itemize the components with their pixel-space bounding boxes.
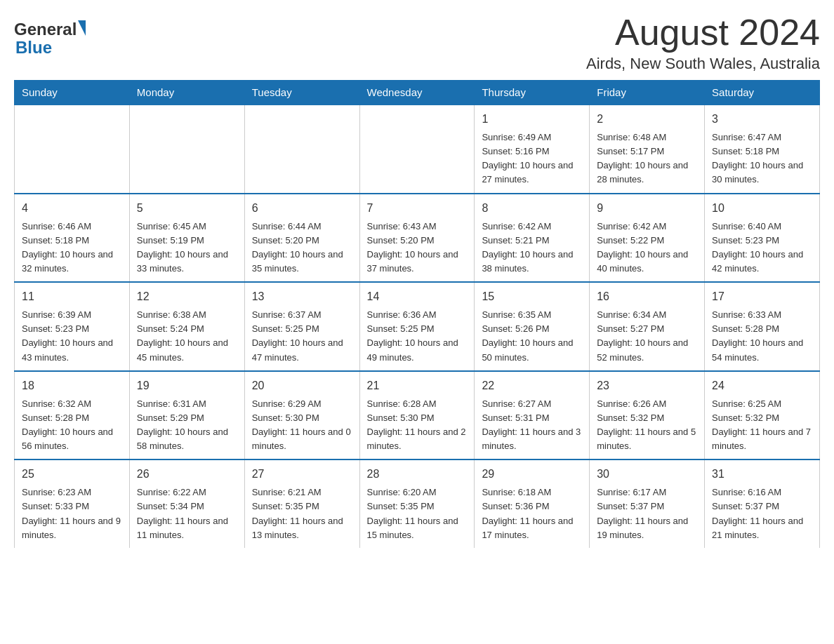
day-number: 14: [367, 288, 468, 305]
calendar-cell-2-1: 12Sunrise: 6:38 AMSunset: 5:24 PMDayligh…: [129, 282, 244, 371]
calendar-cell-2-0: 11Sunrise: 6:39 AMSunset: 5:23 PMDayligh…: [15, 282, 130, 371]
calendar-cell-0-3: [359, 105, 475, 194]
calendar-cell-0-6: 3Sunrise: 6:47 AMSunset: 5:18 PMDaylight…: [705, 105, 820, 194]
day-number: 9: [597, 200, 697, 217]
calendar-cell-4-6: 31Sunrise: 6:16 AMSunset: 5:37 PMDayligh…: [705, 459, 820, 548]
day-info: Sunrise: 6:43 AMSunset: 5:20 PMDaylight:…: [367, 220, 468, 276]
day-number: 7: [367, 200, 468, 217]
location-title: Airds, New South Wales, Australia: [586, 55, 820, 73]
week-row-3: 11Sunrise: 6:39 AMSunset: 5:23 PMDayligh…: [15, 282, 820, 371]
day-number: 31: [712, 466, 812, 483]
day-number: 26: [137, 466, 237, 483]
calendar-cell-3-6: 24Sunrise: 6:25 AMSunset: 5:32 PMDayligh…: [705, 371, 820, 460]
week-row-2: 4Sunrise: 6:46 AMSunset: 5:18 PMDaylight…: [15, 194, 820, 283]
calendar-cell-2-4: 15Sunrise: 6:35 AMSunset: 5:26 PMDayligh…: [475, 282, 590, 371]
calendar-cell-4-0: 25Sunrise: 6:23 AMSunset: 5:33 PMDayligh…: [15, 459, 130, 548]
day-info: Sunrise: 6:44 AMSunset: 5:20 PMDaylight:…: [252, 220, 352, 276]
week-row-5: 25Sunrise: 6:23 AMSunset: 5:33 PMDayligh…: [15, 459, 820, 548]
title-block: August 2024 Airds, New South Wales, Aust…: [586, 14, 820, 73]
day-number: 5: [137, 200, 237, 217]
calendar-cell-0-0: [15, 105, 130, 194]
header-wednesday: Wednesday: [359, 81, 475, 105]
day-info: Sunrise: 6:35 AMSunset: 5:26 PMDaylight:…: [482, 308, 582, 365]
week-row-1: 1Sunrise: 6:49 AMSunset: 5:16 PMDaylight…: [15, 105, 820, 194]
day-number: 20: [252, 377, 352, 394]
day-number: 30: [597, 466, 697, 483]
calendar-cell-3-4: 22Sunrise: 6:27 AMSunset: 5:31 PMDayligh…: [475, 371, 590, 460]
day-info: Sunrise: 6:31 AMSunset: 5:29 PMDaylight:…: [137, 397, 237, 454]
day-number: 4: [22, 200, 122, 217]
calendar-cell-3-3: 21Sunrise: 6:28 AMSunset: 5:30 PMDayligh…: [359, 371, 475, 460]
calendar-cell-1-6: 10Sunrise: 6:40 AMSunset: 5:23 PMDayligh…: [705, 194, 820, 283]
day-info: Sunrise: 6:47 AMSunset: 5:18 PMDaylight:…: [712, 130, 812, 187]
day-info: Sunrise: 6:23 AMSunset: 5:33 PMDaylight:…: [22, 485, 122, 542]
calendar-cell-2-6: 17Sunrise: 6:33 AMSunset: 5:28 PMDayligh…: [705, 282, 820, 371]
day-info: Sunrise: 6:29 AMSunset: 5:30 PMDaylight:…: [252, 397, 352, 454]
calendar-cell-3-2: 20Sunrise: 6:29 AMSunset: 5:30 PMDayligh…: [244, 371, 359, 460]
page-header: General Blue August 2024 Airds, New Sout…: [14, 14, 820, 73]
logo-arrow-icon: [78, 20, 86, 36]
calendar-cell-4-1: 26Sunrise: 6:22 AMSunset: 5:34 PMDayligh…: [129, 459, 244, 548]
day-info: Sunrise: 6:18 AMSunset: 5:36 PMDaylight:…: [482, 485, 582, 542]
day-info: Sunrise: 6:33 AMSunset: 5:28 PMDaylight:…: [712, 308, 812, 365]
day-number: 8: [482, 200, 582, 217]
day-info: Sunrise: 6:39 AMSunset: 5:23 PMDaylight:…: [22, 308, 122, 365]
day-info: Sunrise: 6:38 AMSunset: 5:24 PMDaylight:…: [137, 308, 237, 365]
calendar-cell-1-2: 6Sunrise: 6:44 AMSunset: 5:20 PMDaylight…: [244, 194, 359, 283]
calendar-cell-1-0: 4Sunrise: 6:46 AMSunset: 5:18 PMDaylight…: [15, 194, 130, 283]
day-info: Sunrise: 6:45 AMSunset: 5:19 PMDaylight:…: [137, 220, 237, 276]
calendar-cell-1-5: 9Sunrise: 6:42 AMSunset: 5:22 PMDaylight…: [590, 194, 705, 283]
day-number: 3: [712, 111, 812, 128]
header-friday: Friday: [590, 81, 705, 105]
calendar-cell-3-5: 23Sunrise: 6:26 AMSunset: 5:32 PMDayligh…: [590, 371, 705, 460]
logo: General Blue: [14, 14, 86, 58]
header-saturday: Saturday: [705, 81, 820, 105]
calendar-cell-1-3: 7Sunrise: 6:43 AMSunset: 5:20 PMDaylight…: [359, 194, 475, 283]
day-info: Sunrise: 6:21 AMSunset: 5:35 PMDaylight:…: [252, 485, 352, 542]
day-info: Sunrise: 6:40 AMSunset: 5:23 PMDaylight:…: [712, 220, 812, 276]
day-info: Sunrise: 6:26 AMSunset: 5:32 PMDaylight:…: [597, 397, 697, 454]
day-number: 21: [367, 377, 468, 394]
day-info: Sunrise: 6:28 AMSunset: 5:30 PMDaylight:…: [367, 397, 468, 454]
day-number: 2: [597, 111, 697, 128]
day-number: 28: [367, 466, 468, 483]
day-info: Sunrise: 6:17 AMSunset: 5:37 PMDaylight:…: [597, 485, 697, 542]
logo-general-text: General: [14, 20, 77, 39]
month-title: August 2024: [586, 14, 820, 51]
header-tuesday: Tuesday: [244, 81, 359, 105]
calendar-cell-4-4: 29Sunrise: 6:18 AMSunset: 5:36 PMDayligh…: [475, 459, 590, 548]
logo-blue-text: Blue: [15, 38, 86, 58]
day-info: Sunrise: 6:37 AMSunset: 5:25 PMDaylight:…: [252, 308, 352, 365]
calendar-cell-2-5: 16Sunrise: 6:34 AMSunset: 5:27 PMDayligh…: [590, 282, 705, 371]
day-number: 12: [137, 288, 237, 305]
day-info: Sunrise: 6:49 AMSunset: 5:16 PMDaylight:…: [482, 130, 582, 187]
day-info: Sunrise: 6:27 AMSunset: 5:31 PMDaylight:…: [482, 397, 582, 454]
day-number: 11: [22, 288, 122, 305]
day-info: Sunrise: 6:22 AMSunset: 5:34 PMDaylight:…: [137, 485, 237, 542]
day-info: Sunrise: 6:42 AMSunset: 5:21 PMDaylight:…: [482, 220, 582, 276]
day-number: 1: [482, 111, 582, 128]
calendar-table: SundayMondayTuesdayWednesdayThursdayFrid…: [14, 80, 820, 548]
day-number: 16: [597, 288, 697, 305]
day-info: Sunrise: 6:32 AMSunset: 5:28 PMDaylight:…: [22, 397, 122, 454]
day-number: 27: [252, 466, 352, 483]
day-number: 19: [137, 377, 237, 394]
calendar-cell-4-3: 28Sunrise: 6:20 AMSunset: 5:35 PMDayligh…: [359, 459, 475, 548]
calendar-cell-2-2: 13Sunrise: 6:37 AMSunset: 5:25 PMDayligh…: [244, 282, 359, 371]
day-number: 18: [22, 377, 122, 394]
calendar-cell-4-5: 30Sunrise: 6:17 AMSunset: 5:37 PMDayligh…: [590, 459, 705, 548]
day-number: 13: [252, 288, 352, 305]
calendar-cell-1-1: 5Sunrise: 6:45 AMSunset: 5:19 PMDaylight…: [129, 194, 244, 283]
calendar-cell-0-1: [129, 105, 244, 194]
day-info: Sunrise: 6:46 AMSunset: 5:18 PMDaylight:…: [22, 220, 122, 276]
header-thursday: Thursday: [475, 81, 590, 105]
day-info: Sunrise: 6:16 AMSunset: 5:37 PMDaylight:…: [712, 485, 812, 542]
day-number: 24: [712, 377, 812, 394]
calendar-cell-2-3: 14Sunrise: 6:36 AMSunset: 5:25 PMDayligh…: [359, 282, 475, 371]
day-number: 15: [482, 288, 582, 305]
day-info: Sunrise: 6:34 AMSunset: 5:27 PMDaylight:…: [597, 308, 697, 365]
calendar-cell-0-4: 1Sunrise: 6:49 AMSunset: 5:16 PMDaylight…: [475, 105, 590, 194]
week-row-4: 18Sunrise: 6:32 AMSunset: 5:28 PMDayligh…: [15, 371, 820, 460]
day-info: Sunrise: 6:25 AMSunset: 5:32 PMDaylight:…: [712, 397, 812, 454]
calendar-cell-3-0: 18Sunrise: 6:32 AMSunset: 5:28 PMDayligh…: [15, 371, 130, 460]
